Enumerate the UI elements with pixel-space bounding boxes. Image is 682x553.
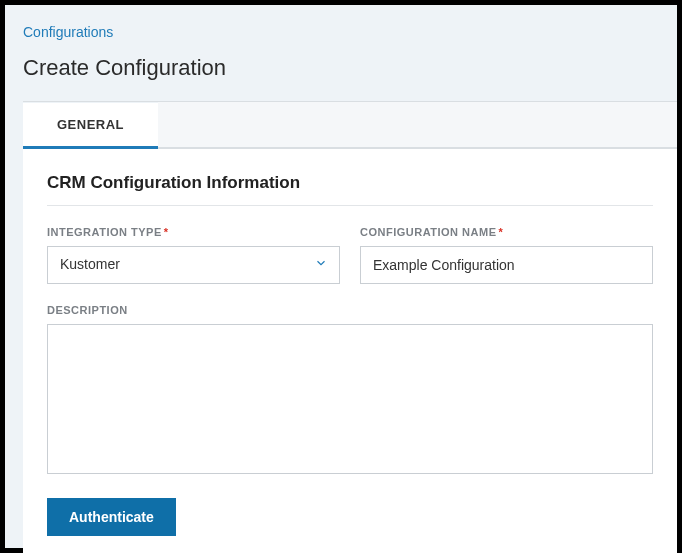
content-panel: CRM Configuration Information INTEGRATIO… xyxy=(23,149,677,553)
authenticate-button[interactable]: Authenticate xyxy=(47,498,176,536)
page-title: Create Configuration xyxy=(5,41,677,101)
integration-type-label-text: INTEGRATION TYPE xyxy=(47,226,162,238)
integration-type-select[interactable]: Kustomer xyxy=(47,246,340,284)
description-label: DESCRIPTION xyxy=(47,304,653,316)
form-group-configuration-name: CONFIGURATION NAME* xyxy=(360,226,653,284)
description-textarea[interactable] xyxy=(47,324,653,474)
integration-type-select-wrapper: Kustomer xyxy=(47,246,340,284)
configuration-name-input[interactable] xyxy=(360,246,653,284)
form-row-1: INTEGRATION TYPE* Kustomer CONFIGURATION… xyxy=(47,226,653,284)
tabs-empty-area xyxy=(158,102,677,148)
configuration-name-label: CONFIGURATION NAME* xyxy=(360,226,653,238)
integration-type-label: INTEGRATION TYPE* xyxy=(47,226,340,238)
tab-general[interactable]: GENERAL xyxy=(23,103,158,149)
form-group-integration-type: INTEGRATION TYPE* Kustomer xyxy=(47,226,340,284)
page-container: Configurations Create Configuration GENE… xyxy=(5,5,677,548)
breadcrumb-link-configurations[interactable]: Configurations xyxy=(23,24,113,40)
form-group-description: DESCRIPTION xyxy=(47,304,653,478)
breadcrumb: Configurations xyxy=(5,5,677,41)
configuration-name-label-text: CONFIGURATION NAME xyxy=(360,226,497,238)
section-title: CRM Configuration Information xyxy=(47,173,653,206)
required-indicator: * xyxy=(499,226,504,238)
required-indicator: * xyxy=(164,226,169,238)
tabs: GENERAL xyxy=(23,101,677,149)
